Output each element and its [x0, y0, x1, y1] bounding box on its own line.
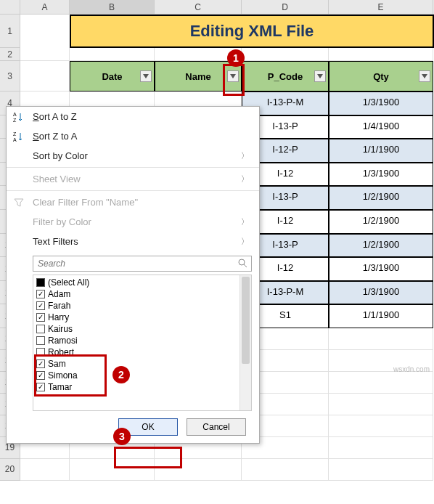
filter-option[interactable]: Adam — [36, 288, 237, 300]
col-B[interactable]: B — [70, 0, 155, 14]
checklist-scrollbar[interactable] — [239, 275, 251, 410]
svg-text:Z: Z — [13, 118, 17, 123]
callout-2-box — [34, 354, 107, 397]
cell-qty[interactable]: 1/3/1900 — [329, 163, 433, 187]
filter-option-label: (Select All) — [48, 277, 89, 288]
header-name-label: Name — [185, 71, 210, 82]
checkbox-icon — [36, 290, 45, 298]
filter-option[interactable]: Farah — [36, 300, 237, 312]
checkbox-icon — [36, 313, 45, 322]
svg-marker-2 — [317, 74, 323, 78]
chevron-right-icon: 〉 — [241, 236, 249, 247]
svg-text:A: A — [13, 137, 17, 142]
cell-qty[interactable]: 1/3/1900 — [329, 92, 433, 115]
filter-option[interactable]: Ramosi — [36, 335, 237, 346]
header-date: Date — [70, 61, 155, 92]
sheet-view: Sheet View 〉 — [7, 169, 259, 189]
search-icon — [238, 259, 248, 269]
cell-qty[interactable]: 1/3/1900 — [329, 257, 433, 281]
cell-qty[interactable]: 1/2/1900 — [329, 186, 433, 210]
row-20[interactable]: 20 — [0, 459, 20, 481]
filter-button-qty[interactable] — [419, 70, 430, 82]
filter-option[interactable]: Kairus — [36, 323, 237, 335]
col-A[interactable]: A — [20, 0, 70, 14]
filter-option-label: Adam — [48, 289, 70, 299]
watermark: wsxdn.com — [393, 365, 430, 373]
checkbox-icon — [36, 336, 45, 345]
column-header-row: A B C D E — [0, 0, 434, 15]
callout-3-tag: 3 — [113, 428, 131, 445]
filter-option[interactable]: (Select All) — [36, 277, 237, 288]
callout-3-box — [114, 447, 182, 468]
row-2[interactable]: 2 — [0, 48, 20, 61]
cell-qty[interactable]: 1/3/1900 — [329, 281, 433, 305]
header-qty-label: Qty — [373, 71, 389, 82]
page-title: Editing XML File — [70, 15, 434, 48]
filter-option-label: Harry — [48, 312, 69, 322]
sort-za-label: ort Z to A — [39, 131, 78, 142]
sort-za[interactable]: ZA Sort Z to A — [7, 126, 259, 146]
svg-line-9 — [244, 264, 247, 267]
filter-option-label: Farah — [48, 301, 70, 311]
svg-text:A: A — [13, 112, 17, 117]
checkbox-icon — [36, 278, 45, 287]
chevron-right-icon: 〉 — [241, 174, 249, 184]
callout-2-tag: 2 — [112, 366, 130, 383]
col-C[interactable]: C — [155, 0, 242, 14]
funnel-icon — [12, 196, 25, 209]
row-3[interactable]: 3 — [0, 61, 20, 92]
svg-text:Z: Z — [13, 131, 17, 137]
col-E[interactable]: E — [329, 0, 433, 14]
sort-by-color[interactable]: Sort by Color 〉 — [7, 146, 259, 166]
cell-qty[interactable]: 1/1/1900 — [329, 139, 433, 163]
sort-by-color-label: Sort by Color — [33, 150, 88, 161]
filter-by-color: Filter by Color 〉 — [7, 212, 259, 232]
cell-qty[interactable]: 1/1/1900 — [329, 304, 433, 328]
cell-qty[interactable]: 1/4/1900 — [329, 115, 433, 139]
col-D[interactable]: D — [242, 0, 329, 14]
filter-option-label: Kairus — [48, 324, 73, 334]
header-qty: Qty — [329, 61, 433, 92]
header-pcode: P_Code — [242, 61, 329, 92]
callout-1-tag: 1 — [227, 49, 245, 67]
callout-1-box — [223, 64, 245, 96]
svg-point-8 — [239, 259, 245, 265]
checkbox-icon — [36, 301, 45, 310]
sort-az[interactable]: AZ Sort A to Z — [7, 107, 259, 126]
filter-option-label: Ramosi — [48, 336, 78, 346]
select-all-corner[interactable] — [0, 0, 20, 14]
svg-marker-0 — [143, 74, 149, 78]
header-pcode-label: P_Code — [268, 71, 303, 82]
sort-za-icon: ZA — [12, 130, 25, 143]
header-date-label: Date — [102, 71, 122, 82]
row-1[interactable]: 1 — [0, 15, 20, 48]
cancel-button[interactable]: Cancel — [187, 418, 246, 436]
filter-search-input[interactable] — [33, 256, 252, 272]
text-filters[interactable]: Text Filters 〉 — [7, 232, 259, 251]
filter-button-date[interactable] — [140, 70, 152, 82]
filter-button-pcode[interactable] — [314, 70, 326, 82]
svg-marker-3 — [422, 74, 427, 78]
sort-az-label: ort A to Z — [39, 111, 77, 122]
chevron-right-icon: 〉 — [241, 216, 249, 227]
text-filters-label: Text Filters — [33, 236, 78, 247]
cell-qty[interactable]: 1/2/1900 — [329, 210, 433, 234]
cell-qty[interactable]: 1/2/1900 — [329, 234, 433, 258]
sort-az-icon: AZ — [12, 110, 25, 123]
chevron-right-icon: 〉 — [241, 150, 249, 161]
clear-filter: Clear Filter From "Name" — [7, 192, 259, 212]
checkbox-icon — [36, 325, 45, 333]
filter-option[interactable]: Harry — [36, 312, 237, 323]
